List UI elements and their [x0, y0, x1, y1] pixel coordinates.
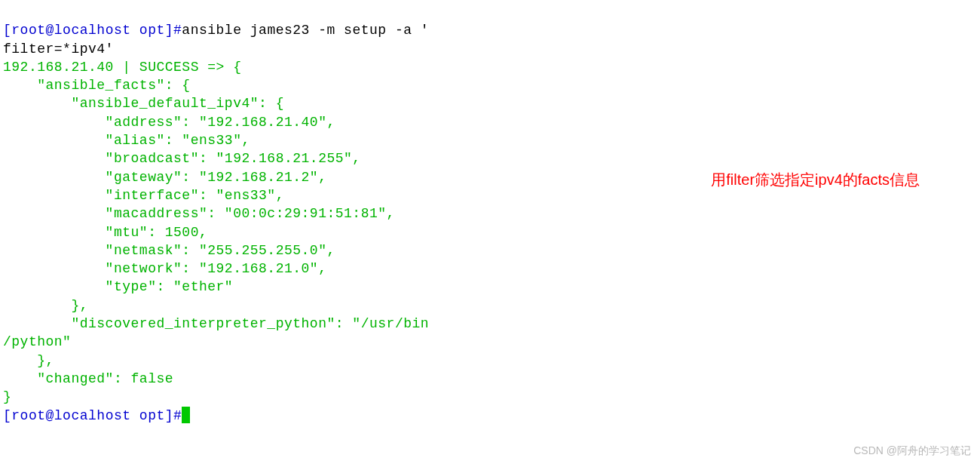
output-line: }, — [3, 298, 88, 313]
terminal-cursor — [182, 407, 190, 423]
prompt-line-2: [root@localhost opt]# — [3, 408, 190, 423]
prompt-close: ]# — [165, 23, 182, 38]
output-line: "address": "192.168.21.40", — [3, 115, 335, 130]
output-line: "ansible_facts": { — [3, 78, 191, 93]
watermark-text: CSDN @阿舟的学习笔记 — [853, 444, 971, 458]
prompt-close: ]# — [165, 408, 182, 423]
output-line: "network": "192.168.21.0", — [3, 261, 326, 276]
prompt-line-1: [root@localhost opt]#ansible james23 -m … — [3, 23, 429, 38]
prompt-userhost: root@localhost opt — [11, 23, 164, 38]
output-line: "type": "ether" — [3, 279, 233, 294]
prompt-open: [ — [3, 408, 11, 423]
output-line: "broadcast": "192.168.21.255", — [3, 151, 361, 166]
output-line: "ansible_default_ipv4": { — [3, 96, 284, 111]
prompt-userhost: root@localhost opt — [11, 408, 164, 423]
output-line: "alias": "ens33", — [3, 133, 250, 148]
output-line: 192.168.21.40 | SUCCESS => { — [3, 60, 241, 75]
output-line: "interface": "ens33", — [3, 188, 284, 203]
output-line: /python" — [3, 334, 71, 349]
command-text: ansible james23 -m setup -a ' — [182, 23, 429, 38]
command-continuation: filter=*ipv4' — [3, 41, 114, 57]
prompt-open: [ — [3, 23, 11, 38]
output-line: "changed": false — [3, 371, 173, 386]
output-line: "discovered_interpreter_python": "/usr/b… — [3, 316, 429, 331]
output-line: } — [3, 389, 11, 404]
terminal-output[interactable]: [root@localhost opt]#ansible james23 -m … — [3, 3, 977, 425]
output-line: "netmask": "255.255.255.0", — [3, 243, 335, 258]
annotation-text: 用filter筛选指定ipv4的facts信息 — [711, 170, 920, 190]
output-line: "macaddress": "00:0c:29:91:51:81", — [3, 206, 395, 221]
output-line: "gateway": "192.168.21.2", — [3, 170, 326, 185]
output-line: }, — [3, 353, 54, 368]
output-line: "mtu": 1500, — [3, 225, 207, 240]
